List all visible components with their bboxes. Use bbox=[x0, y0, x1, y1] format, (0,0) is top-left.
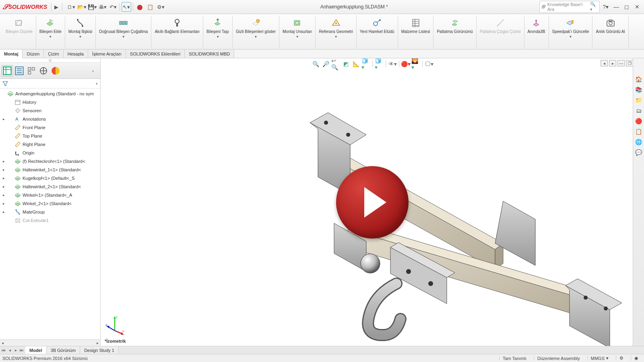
tree-expand-icon[interactable]: ▸ bbox=[2, 210, 6, 214]
ribbon-exploded-view-button[interactable]: Patlatma Görünümü bbox=[436, 16, 474, 35]
tree-item[interactable]: ▸AAnnotations bbox=[0, 115, 100, 123]
apply-scene-button[interactable]: 🌄▾ bbox=[411, 60, 420, 68]
tree-item[interactable]: Top Plane bbox=[0, 132, 100, 140]
solidworks-resources-tab[interactable]: 🏠 bbox=[634, 74, 644, 84]
feature-tree[interactable]: Anhaengerkupplung (Standard - no sym His… bbox=[0, 88, 100, 339]
view-orientation-button[interactable]: 🧊▾ bbox=[361, 60, 370, 68]
ribbon-speedpak-button[interactable]: Speedpak'ı Güncelle▼ bbox=[551, 16, 590, 39]
ribbon-ref-geometry-button[interactable]: Referans Geometri▼ bbox=[318, 16, 353, 39]
status-units[interactable]: MMGS ▾ bbox=[587, 356, 612, 361]
tab-nav-buttons[interactable]: ⏮◂▸⏭ bbox=[0, 346, 25, 354]
solidworks-forum-tab[interactable]: 🌐 bbox=[634, 137, 644, 147]
graphics-viewport[interactable]: 🔍 🔎 ↩🔍 ◩ 📐 🧊▾ 🧊▾ 👁▾ 🔴▾ 🌄▾ 🖵▾ ◂ ▸ — ❐ ✕ bbox=[101, 58, 644, 346]
chevron-down-icon[interactable]: ▼ bbox=[79, 35, 82, 39]
section-view-button[interactable]: ◩ bbox=[341, 60, 350, 68]
tree-item[interactable]: ▸Haltewinkel_1<1> (Standard< bbox=[0, 165, 100, 174]
ribbon-show-hidden-button[interactable]: Gizli Bileşenleri göster▼ bbox=[235, 16, 277, 39]
chevron-down-icon[interactable]: ▼ bbox=[122, 35, 125, 39]
command-tab-hesapla[interactable]: Hesapla bbox=[64, 49, 88, 58]
sidebar-hscroll[interactable]: ◂▸ bbox=[0, 339, 100, 346]
ribbon-instant3d-button[interactable]: Anında3B bbox=[527, 16, 546, 35]
file-properties-button[interactable]: 📋 bbox=[145, 2, 155, 12]
ribbon-linear-pattern-button[interactable]: Doğrusal Bileşen Çoğaltma▼ bbox=[98, 16, 149, 39]
chevron-down-icon[interactable]: ▼ bbox=[569, 35, 572, 39]
tree-item[interactable]: History bbox=[0, 98, 100, 106]
tree-item[interactable]: ▸Winkel_2<1> (Standard< bbox=[0, 199, 100, 208]
tree-item[interactable]: ▸Kugelkopf<1> (Default<_S bbox=[0, 174, 100, 182]
ribbon-smart-fastener-button[interactable]: Akıllı Bağlantı Elemanları bbox=[154, 16, 200, 35]
previous-view-button[interactable]: ↩🔍 bbox=[331, 60, 340, 68]
tree-item[interactable]: Cut-Extrude1 bbox=[0, 216, 100, 224]
design-library-tab[interactable]: 📚 bbox=[634, 85, 644, 95]
tree-item[interactable]: Front Plane bbox=[0, 123, 100, 132]
command-tab-montaj[interactable]: Montaj bbox=[0, 49, 23, 58]
panel-pin-row[interactable]: ⊙ bbox=[0, 58, 100, 63]
select-button[interactable]: ↖▾ bbox=[122, 2, 131, 12]
display-manager-tab[interactable] bbox=[50, 65, 61, 76]
tree-filter-row[interactable]: ▾ bbox=[0, 79, 100, 88]
viewport-minimize-button[interactable]: — bbox=[617, 60, 625, 66]
tree-expand-icon[interactable]: ▸ bbox=[2, 185, 6, 189]
view-triad[interactable]: y x z bbox=[105, 315, 125, 335]
command-tab-solidworks-mbd[interactable]: SOLIDWORKS MBD bbox=[185, 49, 234, 58]
search-box[interactable]: 🗊 Knowledge Base'i Ara 🔍▾ bbox=[539, 1, 600, 13]
dimxpert-manager-tab[interactable] bbox=[38, 65, 49, 76]
tree-expand-icon[interactable]: ▸ bbox=[2, 117, 6, 121]
appearances-tab[interactable]: 🔴 bbox=[634, 116, 644, 126]
help-button[interactable]: ?▾ bbox=[601, 2, 610, 11]
viewport-next-button[interactable]: ▸ bbox=[609, 60, 616, 66]
filter-dropdown-icon[interactable]: ▾ bbox=[96, 82, 98, 86]
tree-expand-icon[interactable]: ▸ bbox=[2, 193, 6, 197]
display-style-button[interactable]: 🧊▾ bbox=[375, 60, 384, 68]
chevron-down-icon[interactable]: ▼ bbox=[254, 35, 258, 39]
command-tab-solidworks-eklentileri[interactable]: SOLIDWORKS Eklentileri bbox=[126, 49, 185, 58]
tree-item[interactable]: ▸Winkel<1> (Standard<_A bbox=[0, 191, 100, 199]
qat-expand-icon[interactable]: ▶ bbox=[52, 2, 61, 12]
ribbon-move-component-button[interactable]: Bileşeni Taşı▼ bbox=[206, 16, 230, 39]
bottom-tab-3b-görünüm[interactable]: 3B Görünüm bbox=[47, 346, 80, 354]
zoom-fit-button[interactable]: 🔍 bbox=[311, 60, 320, 68]
bottom-tab-design-study-1[interactable]: Design Study 1 bbox=[80, 346, 119, 354]
chevron-down-icon[interactable]: ▼ bbox=[49, 35, 52, 39]
options-button[interactable]: ⚙▾ bbox=[156, 2, 165, 12]
ribbon-bom-button[interactable]: Malzeme Listesi bbox=[400, 16, 431, 35]
tree-item[interactable]: Sensoren bbox=[0, 106, 100, 115]
panel-expand-icon[interactable]: › bbox=[87, 65, 99, 76]
close-button[interactable]: ✕ bbox=[633, 2, 642, 11]
chevron-down-icon[interactable]: ▼ bbox=[296, 35, 299, 39]
tree-item[interactable]: ▸Haltewinkel_2<1> (Standard< bbox=[0, 182, 100, 191]
view-palette-tab[interactable]: 🗂 bbox=[634, 106, 644, 115]
property-manager-tab[interactable] bbox=[14, 65, 25, 76]
status-macro-icon[interactable]: ◉ bbox=[631, 356, 642, 361]
command-tab-çizim[interactable]: Çizim bbox=[44, 49, 64, 58]
viewport-restore-button[interactable]: ❐ bbox=[626, 60, 633, 66]
hide-show-button[interactable]: 👁▾ bbox=[388, 60, 397, 68]
minimize-button[interactable]: — bbox=[612, 2, 621, 11]
open-button[interactable]: 📂▾ bbox=[77, 2, 87, 12]
bottom-tab-model[interactable]: Model bbox=[25, 346, 47, 354]
tree-expand-icon[interactable]: ▸ bbox=[2, 202, 6, 206]
ribbon-mate-button[interactable]: Montaj İlişkisi▼ bbox=[68, 16, 93, 39]
ribbon-snapshot-button[interactable]: Anlık Görüntü Al bbox=[595, 16, 625, 35]
view-settings-button[interactable]: 🖵▾ bbox=[425, 60, 433, 68]
tree-expand-icon[interactable]: ▸ bbox=[2, 168, 6, 172]
command-tab-düzen[interactable]: Düzen bbox=[23, 49, 44, 58]
tree-item[interactable]: ▸(f) Rechteckrohr<1> (Standard< bbox=[0, 157, 100, 165]
print-button[interactable]: 🖶▾ bbox=[98, 2, 107, 12]
viewport-prev-button[interactable]: ◂ bbox=[601, 60, 608, 66]
dynamic-annotation-button[interactable]: 📐 bbox=[351, 60, 360, 68]
ribbon-component-insert-button[interactable]: Bileşen Ekle▼ bbox=[39, 16, 62, 39]
rebuild-button[interactable]: ⬤ bbox=[135, 2, 144, 12]
ribbon-motion-study-button[interactable]: Yeni Hareket Etüdü bbox=[359, 16, 395, 35]
maximize-button[interactable]: ◻ bbox=[622, 2, 631, 11]
custom-properties-tab[interactable]: 📋 bbox=[634, 127, 644, 136]
feature-manager-tab[interactable] bbox=[2, 65, 13, 76]
tree-expand-icon[interactable]: ▸ bbox=[2, 176, 6, 180]
file-explorer-tab[interactable]: 📁 bbox=[634, 95, 644, 105]
additional-tab[interactable]: 💬 bbox=[634, 148, 644, 157]
tree-item[interactable]: Right Plane bbox=[0, 140, 100, 148]
tree-item[interactable]: Origin bbox=[0, 148, 100, 157]
undo-button[interactable]: ↶▾ bbox=[108, 2, 118, 12]
new-doc-button[interactable]: 🗋▾ bbox=[66, 2, 76, 12]
edit-appearance-button[interactable]: 🔴▾ bbox=[401, 60, 410, 68]
